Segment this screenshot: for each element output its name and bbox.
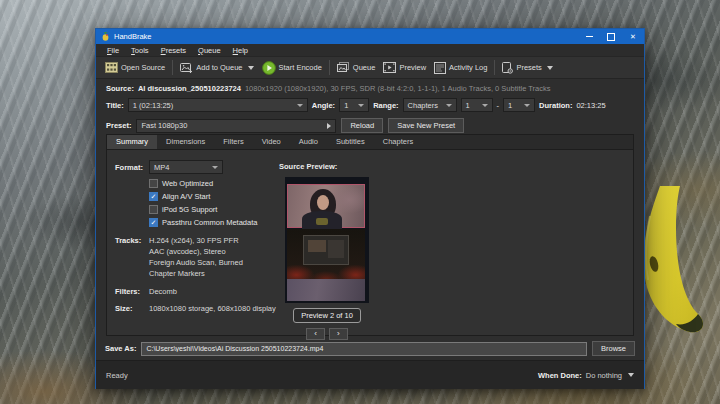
checkbox-icon[interactable] — [149, 179, 158, 188]
presets-label: Presets — [516, 63, 541, 72]
format-select[interactable]: MP4 — [149, 160, 223, 174]
save-as-label: Save As: — [105, 344, 136, 353]
range-type-select[interactable]: Chapters — [403, 98, 457, 112]
menu-tools[interactable]: Tools — [125, 46, 155, 55]
activity-log-label: Activity Log — [449, 63, 487, 72]
preset-select[interactable]: Fast 1080p30 — [136, 119, 336, 133]
source-info-row: Source: AI discussion_250510223724 1080x… — [106, 82, 634, 94]
queue-icon — [337, 62, 350, 74]
preview-button[interactable]: Preview — [379, 60, 430, 75]
when-done-label: When Done: — [538, 371, 582, 380]
menu-file[interactable]: File — [101, 46, 125, 55]
reload-button[interactable]: Reload — [341, 118, 383, 133]
browse-button[interactable]: Browse — [592, 341, 635, 356]
align-av-start-option[interactable]: Align A/V Start — [149, 192, 210, 201]
chevron-down-icon — [524, 104, 530, 107]
add-to-queue-label: Add to Queue — [196, 63, 242, 72]
angle-select[interactable]: 1 — [339, 98, 369, 112]
add-to-queue-icon — [180, 62, 193, 74]
when-done-dropdown[interactable]: When Done: Do nothing — [538, 371, 634, 380]
title-row: Title: 1 (02:13:25) Angle: 1 Range: Chap… — [106, 97, 634, 113]
tab-strip: Summary Dimensions Filters Video Audio S… — [107, 135, 633, 150]
checkbox-icon[interactable] — [149, 218, 158, 227]
source-name: AI discussion_250510223724 — [138, 84, 241, 93]
filmstrip-icon — [105, 62, 118, 73]
start-encode-label: Start Encode — [279, 63, 322, 72]
range-label: Range: — [373, 101, 398, 110]
presets-button[interactable]: Presets — [498, 60, 556, 76]
tab-video[interactable]: Video — [253, 135, 290, 149]
tab-subtitles[interactable]: Subtitles — [327, 135, 374, 149]
toolbar-separator — [172, 60, 173, 75]
preview-icon — [383, 62, 396, 73]
track-line: AAC (avcodec), Stereo — [149, 247, 226, 256]
preview-counter: Preview 2 of 10 — [284, 308, 370, 323]
chapter-from-select[interactable]: 1 — [461, 98, 493, 112]
ipod-5g-support-option[interactable]: iPod 5G Support — [149, 205, 217, 214]
open-source-button[interactable]: Open Source — [101, 60, 169, 75]
chevron-down-icon — [446, 104, 452, 107]
tab-chapters[interactable]: Chapters — [374, 135, 422, 149]
status-bar: Ready When Done: Do nothing — [96, 360, 644, 389]
chapter-to-select[interactable]: 1 — [503, 98, 535, 112]
preview-prev-button[interactable]: ‹ — [306, 328, 325, 340]
tab-dimensions[interactable]: Dimensions — [157, 135, 214, 149]
source-preview-header: Source Preview: — [279, 162, 337, 171]
handbrake-window: HandBrake File Tools Presets Queue Help … — [95, 28, 645, 389]
checkbox-icon[interactable] — [149, 192, 158, 201]
menu-presets[interactable]: Presets — [155, 46, 192, 55]
track-line: H.264 (x264), 30 FPS PFR — [149, 236, 239, 245]
tab-summary[interactable]: Summary — [107, 135, 157, 149]
toolbar: Open Source Add to Queue Start Encode — [96, 57, 644, 79]
preview-webcam-region — [287, 184, 365, 228]
passthru-metadata-option[interactable]: Passthru Common Metadata — [149, 218, 257, 227]
toolbar-separator — [494, 60, 495, 75]
window-title: HandBrake — [114, 32, 152, 41]
filters-label: Filters: — [115, 287, 140, 296]
menu-help[interactable]: Help — [227, 46, 254, 55]
summary-tab-content: Format: MP4 Web Optimized Align A/V Star… — [107, 150, 633, 335]
queue-label: Queue — [353, 63, 376, 72]
source-preview-image — [285, 177, 369, 303]
handbrake-logo-icon — [101, 32, 110, 41]
source-details: 1080x1920 (1080x1920), 30 FPS, SDR (8-bi… — [245, 84, 551, 93]
chevron-down-icon — [547, 66, 553, 70]
start-encode-button[interactable]: Start Encode — [258, 59, 326, 77]
preview-screencast-region — [287, 229, 365, 279]
tracks-label: Tracks: — [115, 236, 141, 245]
chevron-down-icon — [248, 66, 254, 70]
queue-button[interactable]: Queue — [333, 60, 380, 76]
when-done-value: Do nothing — [586, 371, 622, 380]
maximize-button[interactable] — [600, 29, 622, 44]
format-label: Format: — [115, 163, 143, 172]
tab-filters[interactable]: Filters — [214, 135, 252, 149]
size-value: 1080x1080 storage, 608x1080 display — [149, 304, 276, 313]
save-as-row: Save As: Browse — [96, 341, 644, 356]
track-line: Chapter Markers — [149, 269, 205, 278]
menu-queue[interactable]: Queue — [192, 46, 227, 55]
tab-audio[interactable]: Audio — [290, 135, 327, 149]
activity-log-icon — [434, 62, 446, 74]
preview-next-button[interactable]: › — [329, 328, 348, 340]
chevron-down-icon — [358, 104, 364, 107]
title-select[interactable]: 1 (02:13:25) — [128, 98, 308, 112]
web-optimized-option[interactable]: Web Optimized — [149, 179, 213, 188]
open-source-label: Open Source — [121, 63, 165, 72]
toolbar-separator — [329, 60, 330, 75]
settings-panel: Summary Dimensions Filters Video Audio S… — [106, 134, 634, 336]
checkbox-icon[interactable] — [149, 205, 158, 214]
activity-log-button[interactable]: Activity Log — [430, 60, 491, 76]
range-separator: - — [497, 101, 500, 110]
add-to-queue-button[interactable]: Add to Queue — [176, 60, 257, 76]
presets-icon — [502, 62, 513, 74]
titlebar[interactable]: HandBrake — [96, 29, 644, 44]
save-as-input[interactable] — [141, 342, 587, 356]
play-circle-icon — [262, 61, 276, 75]
chevron-down-icon — [628, 373, 634, 377]
close-button[interactable] — [622, 29, 644, 44]
status-text: Ready — [106, 371, 128, 380]
chevron-down-icon — [212, 166, 218, 169]
minimize-button[interactable] — [578, 29, 600, 44]
source-label: Source: — [106, 84, 134, 93]
save-new-preset-button[interactable]: Save New Preset — [388, 118, 464, 133]
